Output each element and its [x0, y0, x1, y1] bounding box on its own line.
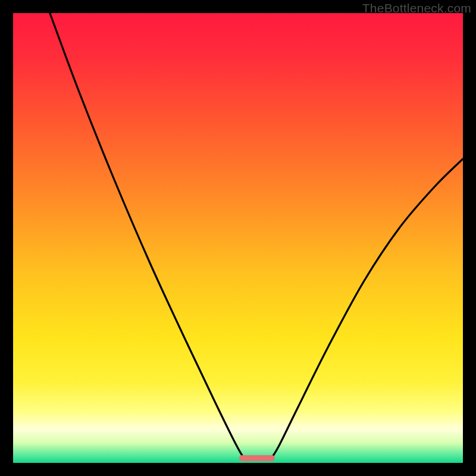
chart-frame: TheBottleneck.com [0, 0, 476, 476]
bottleneck-curve [49, 13, 463, 459]
watermark-text: TheBottleneck.com [362, 1, 471, 15]
plot-area [13, 13, 463, 463]
minimum-marker [239, 455, 275, 461]
curve-layer [13, 13, 463, 463]
